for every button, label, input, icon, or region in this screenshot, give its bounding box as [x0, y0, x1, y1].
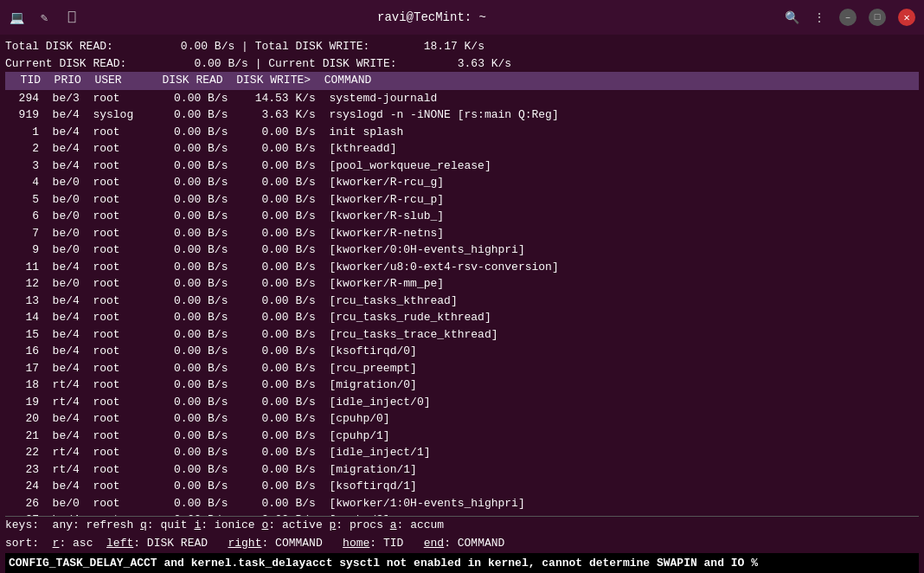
- search-icon[interactable]: 🔍: [784, 10, 799, 25]
- table-row: 22 rt/4 root 0.00 B/s 0.00 B/s [idle_inj…: [5, 444, 919, 461]
- titlebar-left: 💻 ✎ ⎕: [9, 10, 80, 25]
- table-header: TID PRIO USER DISK READ DISK WRITE> COMM…: [5, 72, 919, 90]
- table-row: 294 be/3 root 0.00 B/s 14.53 K/s systemd…: [5, 90, 919, 107]
- titlebar-title: ravi@TecMint: ~: [377, 10, 486, 24]
- current-read-label: Current DISK READ:: [5, 55, 126, 73]
- close-button[interactable]: ✕: [898, 9, 915, 26]
- titlebar: 💻 ✎ ⎕ ravi@TecMint: ~ 🔍 ⋮ – □ ✕: [0, 0, 924, 35]
- current-write-value: 3.63 K/s: [397, 55, 512, 73]
- table-row: 21 be/4 root 0.00 B/s 0.00 B/s [cpuhp/1]: [5, 428, 919, 445]
- edit-icon[interactable]: ✎: [36, 10, 52, 25]
- total-disk-stats: Total DISK READ: 0.00 B/s | Total DISK W…: [5, 38, 919, 55]
- table-row: 6 be/0 root 0.00 B/s 0.00 B/s [kworker/R…: [5, 208, 919, 225]
- table-row: 1 be/4 root 0.00 B/s 0.00 B/s init splas…: [5, 124, 919, 141]
- table-row: 15 be/4 root 0.00 B/s 0.00 B/s [rcu_task…: [5, 326, 919, 344]
- table-row: 16 be/4 root 0.00 B/s 0.00 B/s [ksoftirq…: [5, 343, 919, 360]
- total-write-value: 18.17 K/s: [369, 38, 484, 55]
- table-row: 11 be/4 root 0.00 B/s 0.00 B/s [kworker/…: [5, 259, 919, 276]
- table-row: 12 be/0 root 0.00 B/s 0.00 B/s [kworker/…: [5, 275, 919, 293]
- table-row: 17 be/4 root 0.00 B/s 0.00 B/s [rcu_pree…: [5, 360, 919, 377]
- keys-line: keys: any: refresh q: quit i: ionice o: …: [5, 516, 919, 535]
- sort-line: sort: r: asc left: DISK READ right: COMM…: [5, 535, 919, 553]
- menu-icon[interactable]: ⋮: [812, 10, 827, 25]
- current-read-value: 0.00 B/s: [126, 55, 254, 73]
- table-row: 919 be/4 syslog 0.00 B/s 3.63 K/s rsyslo…: [5, 106, 919, 124]
- terminal[interactable]: Total DISK READ: 0.00 B/s | Total DISK W…: [0, 35, 924, 573]
- table-row: 13 be/4 root 0.00 B/s 0.00 B/s [rcu_task…: [5, 293, 919, 310]
- table-row: 2 be/4 root 0.00 B/s 0.00 B/s [kthreadd]: [5, 140, 919, 158]
- titlebar-right: 🔍 ⋮ – □ ✕: [784, 9, 915, 26]
- split-icon[interactable]: ⎕: [64, 10, 80, 25]
- maximize-button[interactable]: □: [869, 9, 886, 26]
- warning-line: CONFIG_TASK_DELAY_ACCT and kernel.task_d…: [5, 553, 919, 573]
- table-row: 23 rt/4 root 0.00 B/s 0.00 B/s [migratio…: [5, 461, 919, 479]
- table-row: 26 be/0 root 0.00 B/s 0.00 B/s [kworker/…: [5, 495, 919, 512]
- total-read-label: Total DISK READ:: [5, 38, 113, 55]
- table-row: 9 be/0 root 0.00 B/s 0.00 B/s [kworker/0…: [5, 241, 919, 259]
- terminal-icon[interactable]: 💻: [9, 10, 24, 25]
- current-disk-stats: Current DISK READ: 0.00 B/s | Current DI…: [5, 55, 919, 73]
- table-row: 18 rt/4 root 0.00 B/s 0.00 B/s [migratio…: [5, 377, 919, 394]
- table-row: 24 be/4 root 0.00 B/s 0.00 B/s [ksoftirq…: [5, 478, 919, 495]
- table-row: 5 be/0 root 0.00 B/s 0.00 B/s [kworker/R…: [5, 191, 919, 209]
- table-row: 4 be/0 root 0.00 B/s 0.00 B/s [kworker/R…: [5, 174, 919, 191]
- current-write-label: | Current DISK WRITE:: [255, 55, 397, 73]
- total-write-label: | Total DISK WRITE:: [241, 38, 369, 55]
- minimize-button[interactable]: –: [839, 9, 857, 26]
- table-row: 20 be/4 root 0.00 B/s 0.00 B/s [cpuhp/0]: [5, 410, 919, 428]
- table-row: 14 be/4 root 0.00 B/s 0.00 B/s [rcu_task…: [5, 309, 919, 326]
- total-read-value: 0.00 B/s: [113, 38, 241, 55]
- table-body: 294 be/3 root 0.00 B/s 14.53 K/s systemd…: [5, 90, 919, 516]
- table-row: 7 be/0 root 0.00 B/s 0.00 B/s [kworker/R…: [5, 225, 919, 242]
- table-row: 3 be/4 root 0.00 B/s 0.00 B/s [pool_work…: [5, 158, 919, 175]
- table-row: 19 rt/4 root 0.00 B/s 0.00 B/s [idle_inj…: [5, 394, 919, 411]
